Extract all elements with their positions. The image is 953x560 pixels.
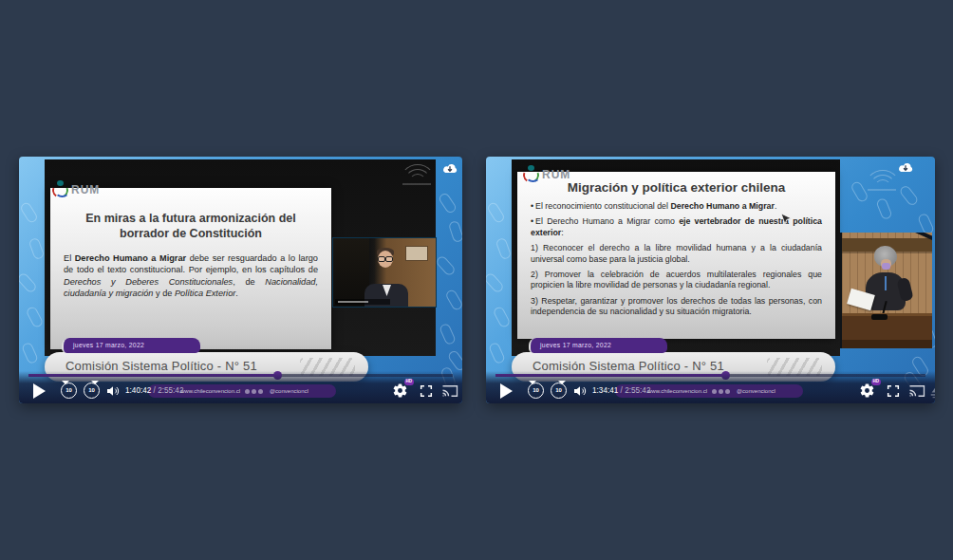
page-background: { "page": { "background": "#2d3a4d" }, "… [0,0,953,560]
date-badge: jueves 17 marzo, 2022 [529,338,667,353]
slide-text-run: . [775,201,776,211]
slide-text-run: El reconocimiento constitucional del [535,201,670,211]
fullscreen-button[interactable] [886,383,901,399]
slide-point: 3) Respetar, garantizar y promover los d… [531,296,822,318]
pattern-pill [448,220,462,243]
slide-title: Migración y política exterior chilena [533,180,820,196]
slide-text-bold: Derecho Humano a Migrar [670,201,775,211]
current-time: 1:34:41 [592,386,618,395]
pattern-pill [495,237,513,260]
rum-logo-text-block: RUM [542,165,570,182]
rum-logo-icon [523,165,539,181]
time-display: 1:34:41 / 2:55:42 [592,386,650,395]
rewind-10-button[interactable]: 10 [528,383,544,399]
quality-badge: HD [871,379,882,385]
pattern-pill [19,201,39,224]
video-player-left[interactable]: En miras a la futura armonización del bo… [19,157,462,403]
pattern-pill [438,192,458,215]
slide-text-bold: Derecho Humano a Migrar [75,253,186,263]
bullet-glyph: • [531,201,533,211]
desk-microphone-base [871,314,888,320]
rum-logo-text: RUM [542,168,570,181]
settings-gear-button[interactable]: HD [392,383,408,399]
slide-title: En miras a la futura armonización del bo… [69,211,312,242]
pattern-pill [19,271,38,294]
cast-button[interactable] [908,383,925,399]
pattern-pill [486,201,506,224]
pattern-pill [492,306,511,329]
social-icons [245,389,265,394]
social-icons [712,389,732,394]
player-controls: 10 10 www.chileconvencion.cl @convencion… [486,378,935,403]
wall-frame [405,246,428,261]
channel-logo [928,383,935,400]
pattern-pill [435,254,457,277]
speaker-glasses [378,256,385,262]
player-controls: 10 10 www.chileconvencion.cl @convencion… [19,378,462,403]
pattern-pill [444,289,462,312]
play-button[interactable] [33,383,46,399]
cast-button[interactable] [441,383,458,399]
pattern-pill [25,306,44,329]
slide-text-run: . [235,289,238,298]
settings-gear-button[interactable]: HD [859,383,875,399]
pattern-pill [488,342,506,365]
pattern-pill [439,323,457,346]
rum-logo: RUM [52,180,100,197]
face-mask [882,263,890,270]
slide-text-run: El [64,253,75,263]
video-player-right[interactable]: Migración y política exterior chilena •E… [486,157,935,403]
bullet-glyph: • [531,216,533,226]
rum-logo: RUM [523,165,570,182]
podium-speaker-video [840,233,932,348]
download-cloud-icon[interactable] [440,161,459,177]
slide-text-italic: Política Exterior [175,289,235,298]
volume-button[interactable] [572,383,588,399]
mouse-cursor-icon [780,214,792,227]
slide-text-run: : [561,228,563,237]
forward-10-button[interactable]: 10 [84,383,100,399]
slide-point: 2) Promover la celebración de acuerdos m… [531,270,822,291]
presentation-slide: En miras a la futura armonización del bo… [50,188,331,349]
convention-watermark-icon [395,162,439,191]
pattern-pill [28,237,46,260]
rum-logo-text: RUM [71,183,100,196]
speaker-glasses [385,256,393,262]
presentation-slide: Migración y política exterior chilena •E… [517,172,835,339]
play-button[interactable] [500,383,513,399]
slide-text-run: , de [233,277,265,287]
pattern-pill [21,342,39,365]
slide-body: El Derecho Humano a Migrar debe ser resg… [64,252,318,300]
total-duration: 2:55:42 [625,386,650,395]
slide-bullet: •El Derecho Humano a Migrar como eje ver… [531,216,822,238]
watermark-handle: @convencioncl [270,388,308,394]
slide-text-italic: Derechos y Deberes Constitucionales [64,277,233,287]
rum-logo-text-block: RUM [71,180,100,197]
lanyard [885,276,887,290]
time-display: 1:40:42 / 2:55:42 [125,386,183,395]
download-cloud-icon[interactable] [896,160,915,176]
date-badge: jueves 17 marzo, 2022 [62,338,200,353]
total-duration: 2:55:42 [158,386,183,395]
slide-bullet: •El reconocimiento constitucional del De… [531,201,822,212]
watermark-site: www.chileconvencion.cl [647,388,707,394]
rewind-10-button[interactable]: 10 [61,383,77,399]
rum-logo-icon [52,180,68,196]
slide-text-run: y de [153,289,174,298]
channel-logo [461,383,462,400]
forward-10-button[interactable]: 10 [551,383,567,399]
webcam-speaker-video [332,237,437,308]
watermark-site: www.chileconvencion.cl [180,388,240,394]
quality-badge: HD [404,379,415,385]
watermark-handle: @convencioncl [737,388,775,394]
zoom-name-label [335,299,390,305]
slide-text-run: El Derecho Humano a Migrar como [535,216,679,226]
volume-button[interactable] [105,383,121,399]
current-time: 1:40:42 [125,386,151,395]
fullscreen-button[interactable] [419,383,434,399]
pattern-pill [486,271,505,294]
pattern-pill [447,349,462,372]
slide-point: 1) Reconocer el derecho a la libre movil… [531,243,822,265]
